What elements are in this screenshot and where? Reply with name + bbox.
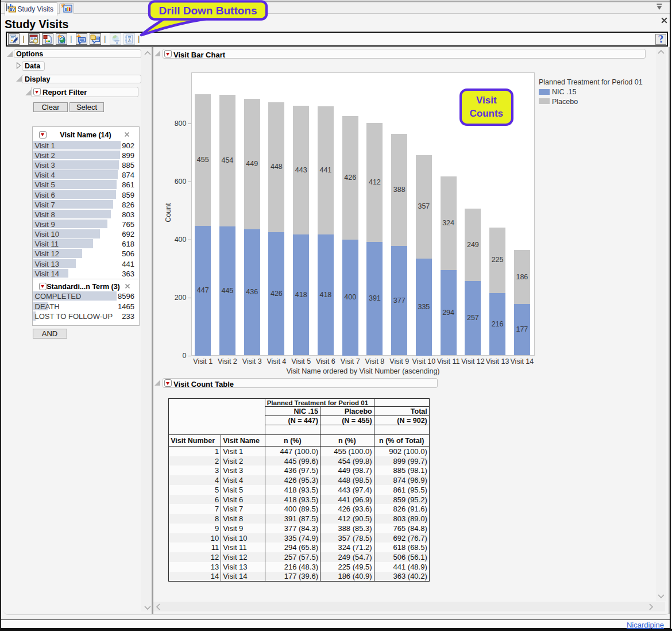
svg-text:SV: SV — [9, 7, 15, 12]
svg-text:Drill Down Buttons: Drill Down Buttons — [159, 5, 257, 17]
